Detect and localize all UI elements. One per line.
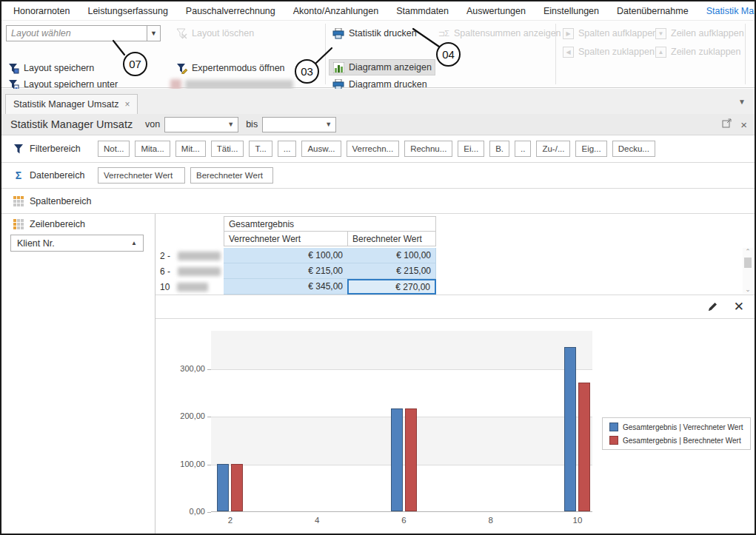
x-axis-tick-label: 4 [302, 516, 332, 525]
value-cell[interactable]: € 215,00 [224, 263, 348, 279]
value-cell-selected[interactable]: € 270,00 [347, 279, 436, 295]
zeilenbereich-panel: Zeilenbereich Klient Nr. ▲ [1, 214, 155, 534]
filterbereich-label: Filterbereich [30, 144, 98, 154]
von-date-combobox[interactable]: ▼ [164, 117, 238, 132]
zeilen-aufklappen-button[interactable]: ▼ Zeilen aufklappen [652, 26, 747, 41]
callout-07: 07 [123, 52, 147, 76]
chart-bar [231, 464, 243, 511]
menu-pauschalverrechnung[interactable]: Pauschalverrechnung [177, 6, 284, 16]
row-header[interactable]: 10 [155, 279, 224, 295]
chart-bar [391, 408, 403, 511]
filter-chip[interactable]: Mita... [135, 141, 170, 157]
menu-stammdaten[interactable]: Stammdaten [387, 6, 458, 16]
redacted-client-name [177, 283, 208, 292]
edit-chart-icon[interactable] [706, 300, 719, 315]
filter-chip[interactable]: Zu-/... [536, 141, 570, 157]
filter-chip[interactable]: Ei... [458, 141, 484, 157]
filter-chip[interactable]: ... [278, 141, 297, 157]
expertenmodus-label: Expertenmodus öffnen [192, 63, 285, 73]
value-cell[interactable]: € 345,00 [224, 279, 348, 295]
diagramm-drucken-label: Diagramm drucken [349, 79, 427, 90]
expand-rows-icon: ▼ [655, 28, 666, 39]
value-cell[interactable]: € 100,00 [224, 248, 348, 263]
tab-statistik-manager-umsatz[interactable]: Statistik Manager Umsatz × [5, 94, 138, 114]
layout-loeschen-button[interactable]: Layout löschen [173, 26, 257, 41]
diagramm-anzeigen-label: Diagramm anzeigen [349, 62, 432, 73]
filter-chip[interactable]: Eig... [575, 141, 606, 157]
bis-label: bis [246, 119, 258, 129]
y-axis-tick-label: 0,00 [168, 507, 205, 516]
scroll-up-icon[interactable]: ⌃ [745, 248, 751, 256]
sigma-icon: Σ [12, 169, 25, 181]
filter-chip[interactable]: Not... [98, 141, 130, 157]
zeilen-zuklappen-button[interactable]: ▲ Zeilen zuklappen [652, 44, 744, 59]
statistik-drucken-label: Statistik drucken [349, 28, 417, 38]
scrollbar-thumb[interactable] [744, 258, 752, 268]
callout-04: 04 [436, 42, 461, 67]
filter-chip[interactable]: Mit... [175, 141, 206, 157]
spalten-aufklappen-button[interactable]: ▶ Spalten aufklappen [560, 26, 660, 41]
layout-loeschen-label: Layout löschen [192, 28, 254, 38]
chart-region: 0,00100,00200,00300,00 246810 Gesamterge… [155, 319, 755, 534]
menu-akonto-anzahlungen[interactable]: Akonto/Anzahlungen [284, 6, 387, 16]
spalten-zuklappen-label: Spalten zuklappen [578, 47, 655, 57]
combobox-dropdown-icon[interactable]: ▼ [147, 26, 160, 41]
filter-chip[interactable]: Ausw... [301, 141, 341, 157]
vertical-scrollbar[interactable]: ⌃ ⌄ [743, 248, 753, 294]
popout-icon[interactable] [722, 118, 732, 130]
spaltensummen-button[interactable]: ⊐Σ Spaltensummen anzeigen [435, 26, 564, 41]
spalten-zuklappen-button[interactable]: ◀ Spalten zuklappen [560, 44, 658, 59]
filter-chip[interactable]: Täti... [211, 141, 244, 157]
filter-funnel-icon [12, 144, 25, 154]
x-axis-tick-label: 10 [563, 516, 592, 525]
menu-datenuebernahme[interactable]: Datenübernahme [608, 6, 698, 16]
statistik-drucken-button[interactable]: Statistik drucken [330, 26, 420, 41]
row-header[interactable]: 6 - [155, 263, 224, 279]
filter-chip[interactable]: .. [515, 141, 531, 157]
tab-strip: Statistik Manager Umsatz × ▼ [1, 89, 755, 114]
filter-chip[interactable]: T... [249, 141, 272, 157]
zeilenbereich-label: Zeilenbereich [30, 219, 85, 229]
column-header-berechneter[interactable]: Berechneter Wert [347, 231, 436, 246]
daten-chip[interactable]: Berechneter Wert [190, 167, 273, 184]
row-header[interactable]: 2 - [155, 248, 224, 263]
spaltensummen-label: Spaltensummen anzeigen [454, 28, 561, 38]
filter-chip[interactable]: B. [489, 141, 509, 157]
value-cell[interactable]: € 215,00 [347, 263, 436, 279]
row-field-klient-nr[interactable]: Klient Nr. ▲ [10, 235, 144, 252]
ribbon-toolbar: Layout wählen ▼ Layout speichern Layout … [1, 20, 755, 88]
view-title: Statistik Manager Umsatz [10, 118, 145, 130]
value-cell[interactable]: € 100,00 [347, 248, 436, 263]
collapse-rows-icon: ▲ [655, 47, 666, 58]
zeilen-aufklappen-label: Zeilen aufklappen [671, 28, 744, 38]
expertenmodus-button[interactable]: Expertenmodus öffnen [173, 61, 288, 75]
menu-statistik-manager[interactable]: Statistik Manager [698, 6, 756, 16]
close-chart-icon[interactable]: ✕ [734, 299, 744, 314]
layout-speichern-button[interactable]: Layout speichern [4, 61, 97, 75]
redacted-client-name [178, 252, 221, 260]
filter-chip[interactable]: Decku... [612, 141, 655, 157]
rows-grid-icon [12, 219, 25, 229]
filterbereich-row: Filterbereich Not... Mita... Mit... Täti… [1, 135, 755, 163]
filter-chip[interactable]: Rechnu... [404, 141, 452, 157]
filter-chip[interactable]: Verrechn... [347, 141, 400, 157]
tab-list-dropdown-icon[interactable]: ▼ [738, 98, 746, 106]
chart-bar [217, 464, 229, 511]
column-header-verrechneter[interactable]: Verrechneter Wert [224, 231, 348, 246]
datenbereich-row: Σ Datenbereich Verrechneter Wert Berechn… [1, 163, 755, 189]
scroll-down-icon[interactable]: ⌄ [745, 286, 751, 294]
layout-select-combobox[interactable]: Layout wählen ▼ [6, 25, 161, 41]
menu-leistungserfassung[interactable]: Leistungserfassung [78, 6, 176, 16]
close-view-icon[interactable]: × [740, 118, 747, 131]
menu-auswertungen[interactable]: Auswertungen [458, 6, 535, 16]
diagramm-anzeigen-button[interactable]: Diagramm anzeigen [330, 60, 435, 75]
tab-close-icon[interactable]: × [124, 99, 130, 110]
zeilen-zuklappen-label: Zeilen zuklappen [671, 47, 741, 57]
daten-chip[interactable]: Verrechneter Wert [98, 167, 185, 184]
sum-columns-icon: ⊐Σ [438, 27, 449, 39]
sort-ascending-icon[interactable]: ▲ [131, 240, 137, 246]
menu-honorarnoten[interactable]: Honorarnoten [4, 6, 78, 16]
bis-date-combobox[interactable]: ▼ [262, 117, 336, 132]
menu-einstellungen[interactable]: Einstellungen [535, 6, 608, 16]
group-header-cell[interactable]: Gesamtergebnis [224, 216, 436, 232]
